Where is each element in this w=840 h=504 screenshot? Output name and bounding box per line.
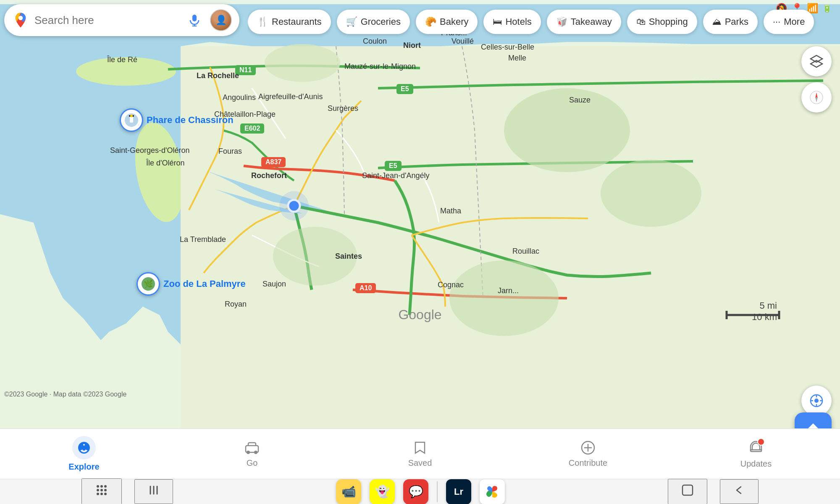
svg-point-51 [104,489,107,491]
nav-contribute[interactable]: Contribute [554,440,622,468]
svg-point-47 [100,485,103,488]
compass-button[interactable] [801,82,832,113]
updates-notif-dot [748,439,764,457]
category-groceries[interactable]: 🛒 Groceries [337,10,410,34]
svg-point-21 [130,115,133,117]
meet-icon: 📹 [341,485,356,499]
svg-text:Google: Google [398,307,441,322]
apps-button[interactable] [81,478,122,504]
snapchat-icon: 👻 [375,485,390,499]
home-button[interactable] [668,479,707,504]
svg-text:🌿: 🌿 [144,279,153,289]
google-maps-logo-icon [12,11,29,29]
category-more-label: More [784,16,805,27]
nav-updates-label: Updates [740,459,772,469]
app-lightroom[interactable]: Lr [446,479,471,504]
system-nav: 📹 👻 💬 Lr [0,479,840,504]
svg-point-8 [449,260,559,336]
category-parks[interactable]: ⛰ Parks [703,10,758,34]
home-square-icon [681,484,694,496]
explore-icon [77,441,91,455]
app-snapchat[interactable]: 👻 [370,479,395,504]
back-arrow-icon [733,484,745,496]
updates-icon [748,439,764,455]
category-more[interactable]: ··· More [764,10,814,34]
takeaway-icon: 🥡 [556,16,567,27]
svg-marker-29 [811,60,822,67]
poi-zoo-bubble[interactable]: 🌿 [136,272,160,296]
app-divider [437,481,438,502]
svg-rect-25 [192,15,197,21]
copyright: ©2023 Google · Map data ©2023 Google [4,391,126,398]
map-controls [801,46,832,113]
poi-zoo[interactable]: 🌿 Zoo de La Palmyre [136,272,246,296]
svg-text:5 mi: 5 mi [759,300,777,311]
nav-explore[interactable]: Explore [50,436,118,472]
poi-phare-bubble[interactable] [120,108,143,132]
app-meet[interactable]: 📹 [336,479,361,504]
category-groceries-label: Groceries [361,16,401,27]
svg-point-53 [100,493,103,495]
svg-point-52 [97,493,99,495]
go-icon [244,440,260,456]
svg-point-46 [97,485,99,488]
svg-point-6 [601,160,701,227]
my-location-button[interactable] [801,386,832,416]
nav-go-label: Go [247,458,258,468]
parks-icon: ⛰ [712,16,722,27]
compass-icon [809,90,824,105]
app-messenger[interactable]: 💬 [403,479,428,504]
mic-icon [188,14,201,26]
poi-phare-label: Phare de Chassiron [147,115,234,126]
nav-saved[interactable]: Saved [386,440,454,468]
category-hotels-label: Hotels [505,16,531,27]
category-restaurants-label: Restaurants [272,16,322,27]
more-dots-icon: ··· [773,16,780,27]
svg-marker-32 [815,97,818,102]
category-bakery-label: Bakery [440,16,468,27]
category-shopping[interactable]: 🛍 Shopping [627,10,697,34]
nav-contribute-label: Contribute [569,458,607,468]
svg-point-48 [104,485,107,488]
poi-phare[interactable]: Phare de Chassiron [120,108,234,132]
photos-icon [485,484,500,499]
svg-point-9 [265,44,340,82]
saved-icon [412,440,428,456]
category-takeaway[interactable]: 🥡 Takeaway [547,10,621,34]
lightroom-icon: Lr [454,486,463,497]
nav-updates[interactable]: Updates [722,439,790,469]
layers-icon [809,54,824,69]
search-input[interactable] [34,14,179,27]
svg-point-50 [100,489,103,491]
category-bar: 🍴 Restaurants 🛒 Groceries 🥐 Bakery 🛏 Hot… [248,6,840,38]
user-avatar[interactable]: 👤 [210,9,232,31]
hotels-icon: 🛏 [493,16,502,27]
map-area[interactable]: Google 5 mi 10 km N11 E5 E602 A837 E5 A1… [0,0,840,454]
category-parks-label: Parks [725,16,748,27]
category-bakery[interactable]: 🥐 Bakery [416,10,478,34]
bakery-icon: 🥐 [425,16,436,27]
app-photos[interactable] [480,479,505,504]
svg-text:10 km: 10 km [752,312,777,322]
svg-point-42 [254,451,257,454]
svg-point-34 [814,399,819,403]
category-restaurants[interactable]: 🍴 Restaurants [248,10,331,34]
svg-rect-58 [682,485,693,495]
category-shopping-label: Shopping [649,16,688,27]
nav-go[interactable]: Go [218,440,286,468]
search-bar: 👤 [4,4,239,36]
category-hotels[interactable]: 🛏 Hotels [483,10,541,34]
category-takeaway-label: Takeaway [571,16,612,27]
bottom-nav: Explore Go Saved Contribute [0,428,840,479]
restaurants-icon: 🍴 [257,16,268,27]
svg-point-2 [76,57,176,86]
back-button[interactable] [720,479,759,504]
apps-grid-icon [95,483,108,497]
nav-explore-bg [72,436,96,459]
svg-marker-28 [811,55,822,62]
layers-button[interactable] [801,46,832,76]
location-arrow-icon [809,393,824,408]
svg-point-5 [504,88,630,172]
recents-button[interactable] [134,479,173,504]
mic-button[interactable] [184,10,205,31]
